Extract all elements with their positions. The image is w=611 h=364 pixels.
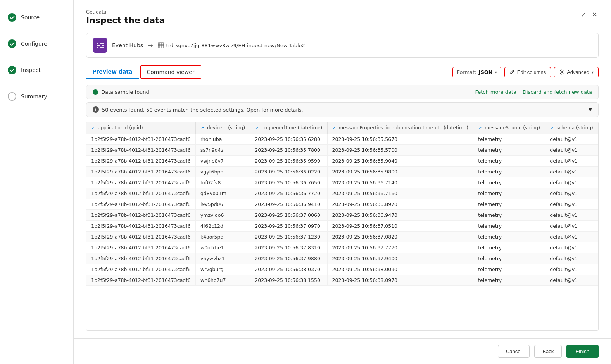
table-cell: 2023-09-25 10:56:35.9590	[250, 156, 327, 167]
table-row: 1b2f5f29-a78b-4012-bf31-2016473cadf6vgyt…	[86, 167, 598, 177]
source-name: Event Hubs	[112, 42, 143, 48]
table-cell: 2023-09-25 10:56:36.9410	[250, 199, 327, 210]
table-cell: default@v1	[545, 199, 598, 210]
table-cell: 4f62c12d	[195, 221, 250, 232]
table-cell: 2023-09-25 10:56:37.1230	[250, 232, 327, 242]
table-cell: 2023-09-25 10:56:38.0030	[327, 264, 473, 275]
sidebar-label-inspect: Inspect	[21, 67, 41, 73]
table-cell: 1b2f5f29-a78b-4012-bf31-2016473cadf6	[86, 221, 195, 232]
table-cell: qd8vo01m	[195, 188, 250, 199]
table-cell: telemetry	[473, 210, 545, 221]
fetch-more-link[interactable]: Fetch more data	[475, 89, 516, 95]
data-table-container[interactable]: ↗ applicationId (guid) ↗ deviceId (strin…	[86, 122, 599, 331]
table-cell: wn6ho7u7	[195, 275, 250, 286]
svg-rect-6	[158, 43, 164, 48]
svg-rect-4	[100, 45, 102, 46]
table-cell: 1b2f5f29-a78b-4012-bf31-2016473cadf6	[86, 188, 195, 199]
table-cell: w0ol7he1	[195, 242, 250, 253]
table-cell: default@v1	[545, 134, 598, 145]
table-cell: default@v1	[545, 275, 598, 286]
data-table: ↗ applicationId (guid) ↗ deviceId (strin…	[86, 122, 598, 286]
table-cell: telemetry	[473, 177, 545, 188]
table-cell: 2023-09-25 10:56:37.9400	[327, 253, 473, 264]
sidebar-item-source[interactable]: Source	[0, 8, 73, 27]
table-cell: 2023-09-25 10:56:35.5700	[327, 145, 473, 156]
status-dot-icon	[93, 89, 98, 95]
svg-rect-5	[98, 46, 100, 48]
table-cell: default@v1	[545, 210, 598, 221]
table-row: 1b2f5f29-a78b-4012-bf31-2016473cadf6l9v5…	[86, 199, 598, 210]
format-value: JSON	[479, 69, 493, 75]
table-row: 1b2f5f29-a78b-4012-bf31-2016473cadf6k4ao…	[86, 232, 598, 242]
table-cell: 2023-09-25 10:56:37.7770	[327, 242, 473, 253]
finish-button[interactable]: Finish	[566, 345, 599, 358]
table-cell: 2023-09-25 10:56:37.0820	[327, 232, 473, 242]
table-row: 1b2f5f29-a78b-4012-bf31-2016473cadf6tof0…	[86, 177, 598, 188]
tab-command-viewer[interactable]: Command viewer	[140, 65, 201, 79]
info-expand-icon[interactable]: ▼	[589, 107, 592, 112]
footer-right: Cancel Back Finish	[498, 345, 599, 358]
table-cell: 1b2f5f29-a78b-4012-bf31-2016473cadf6	[86, 134, 195, 145]
sidebar-item-summary[interactable]: Summary	[0, 87, 73, 106]
table-cell: telemetry	[473, 199, 545, 210]
table-cell: default@v1	[545, 253, 598, 264]
table-cell: default@v1	[545, 167, 598, 177]
table-cell: default@v1	[545, 177, 598, 188]
table-row: 1b2f5f29-a78b-4012-bf31-2016473cadf6v5yw…	[86, 253, 598, 264]
advanced-button[interactable]: Advanced ▾	[554, 67, 599, 77]
table-cell: telemetry	[473, 264, 545, 275]
svg-rect-3	[98, 43, 100, 45]
col-name-msgProps: messageProperties_iothub-creation-time-u…	[339, 125, 468, 130]
svg-point-11	[561, 71, 563, 73]
cancel-button[interactable]: Cancel	[498, 345, 530, 358]
sidebar-item-configure[interactable]: Configure	[0, 34, 73, 53]
table-cell: 1b2f5f29-a78b-4012-bf31-2016473cadf6	[86, 242, 195, 253]
info-left: i 50 events found, 50 events match the s…	[93, 106, 303, 113]
discard-fetch-link[interactable]: Discard and fetch new data	[523, 89, 592, 95]
col-name-msgSource: messageSource (string)	[485, 125, 540, 130]
col-name-deviceId: deviceId (string)	[207, 125, 245, 130]
table-cell: telemetry	[473, 221, 545, 232]
format-label: Format:	[457, 69, 476, 75]
advanced-label: Advanced	[567, 69, 589, 75]
back-button[interactable]: Back	[534, 345, 562, 358]
gear-icon	[559, 69, 564, 75]
modal-title-group: Get data Inspect the data	[86, 9, 165, 25]
table-cell: 1b2f5f29-a78b-4012-bf31-2016473cadf6	[86, 199, 195, 210]
edit-columns-button[interactable]: Edit columns	[504, 67, 551, 77]
table-cell: 2023-09-25 10:56:37.8310	[250, 242, 327, 253]
table-cell: 2023-09-25 10:56:37.0060	[250, 210, 327, 221]
format-chevron-icon: ▾	[495, 70, 497, 74]
table-cell: default@v1	[545, 156, 598, 167]
expand-button[interactable]: ⤢	[579, 9, 587, 20]
source-bar: Event Hubs → trd-xgnxc7jjgt881wwv8w.z9/E…	[86, 33, 599, 58]
format-selector[interactable]: Format: JSON ▾	[452, 67, 501, 77]
table-cell: 2023-09-25 10:56:37.0510	[327, 221, 473, 232]
table-cell: default@v1	[545, 264, 598, 275]
modal-title: Inspect the data	[86, 15, 165, 25]
sidebar-label-source: Source	[21, 14, 40, 21]
table-cell: 2023-09-25 10:56:35.9800	[327, 167, 473, 177]
table-cell: 2023-09-25 10:56:36.0220	[250, 167, 327, 177]
table-cell: k4aor5pd	[195, 232, 250, 242]
col-header-msgSource: ↗ messageSource (string)	[473, 122, 545, 134]
sidebar-label-summary: Summary	[21, 93, 47, 100]
close-button[interactable]: ✕	[590, 9, 599, 20]
table-cell: 2023-09-25 10:56:38.1550	[250, 275, 327, 286]
table-cell: 2023-09-25 10:56:38.0370	[250, 264, 327, 275]
tab-preview-data[interactable]: Preview data	[86, 65, 139, 79]
svg-rect-1	[97, 45, 104, 46]
status-left: Data sample found.	[93, 89, 151, 95]
table-cell: default@v1	[545, 221, 598, 232]
table-grid-icon	[158, 42, 164, 48]
svg-rect-2	[97, 47, 104, 48]
table-cell: default@v1	[545, 145, 598, 156]
table-cell: 1b2f5f29-a78b-4012-bf31-2016473cadf6	[86, 145, 195, 156]
info-bar: i 50 events found, 50 events match the s…	[86, 102, 599, 117]
col-type-icon-deviceId: ↗	[200, 125, 204, 130]
table-cell: 2023-09-25 10:56:35.5670	[327, 134, 473, 145]
sidebar-item-inspect[interactable]: Inspect	[0, 60, 73, 80]
step-circle-summary	[8, 92, 16, 101]
table-cell: 1b2f5f29-a78b-4012-bf31-2016473cadf6	[86, 253, 195, 264]
table-cell: default@v1	[545, 242, 598, 253]
